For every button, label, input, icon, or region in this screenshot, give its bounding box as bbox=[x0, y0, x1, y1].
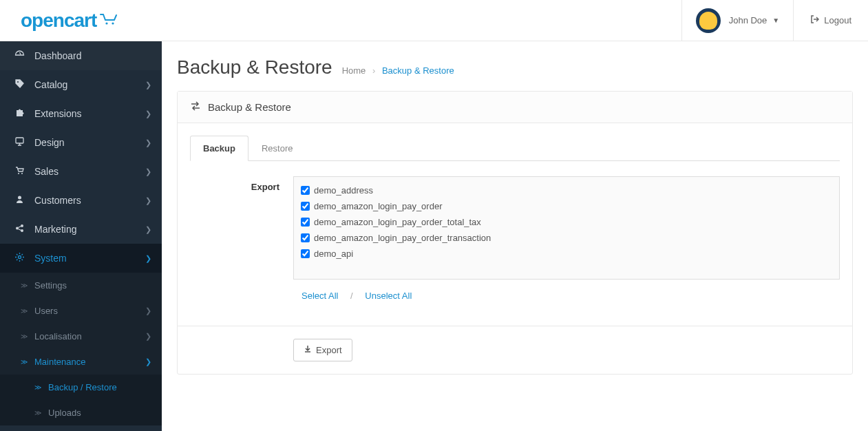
svg-point-8 bbox=[21, 224, 23, 227]
tab-backup[interactable]: Backup bbox=[190, 136, 248, 161]
svg-point-10 bbox=[18, 256, 21, 259]
nav-label: Sales bbox=[34, 166, 59, 177]
table-name: demo_address bbox=[314, 185, 373, 196]
arrow-icon: ≫ bbox=[21, 358, 28, 366]
sub-settings[interactable]: ≫ Settings bbox=[0, 273, 162, 298]
unselect-all-link[interactable]: Unselect All bbox=[365, 291, 412, 301]
svg-point-1 bbox=[112, 22, 114, 24]
svg-point-5 bbox=[21, 173, 23, 174]
export-row: Export demo_address demo_amazon_login_pa… bbox=[190, 176, 840, 301]
user-name: John Doe bbox=[729, 15, 768, 25]
tabs: Backup Restore bbox=[190, 136, 840, 161]
user-icon bbox=[12, 194, 26, 207]
nav-marketing[interactable]: Marketing ❯ bbox=[0, 215, 162, 244]
sub-maintenance[interactable]: ≫ Maintenance ❯ bbox=[0, 349, 162, 375]
panel: Backup & Restore Backup Restore Export d… bbox=[177, 91, 853, 375]
table-entry: demo_api bbox=[301, 246, 832, 262]
table-name: demo_amazon_login_pay_order bbox=[314, 201, 442, 211]
nav-catalog[interactable]: Catalog ❯ bbox=[0, 70, 162, 99]
chevron-right-icon: ❯ bbox=[145, 254, 151, 263]
gear-icon bbox=[12, 252, 26, 264]
transfer-icon bbox=[190, 101, 201, 113]
chevron-right-icon: ❯ bbox=[145, 306, 151, 315]
nav-extensions[interactable]: Extensions ❯ bbox=[0, 99, 162, 128]
logo-text: opencart bbox=[21, 10, 96, 32]
tables-list[interactable]: demo_address demo_amazon_login_pay_order… bbox=[293, 176, 840, 280]
svg-point-2 bbox=[17, 81, 19, 83]
table-entry: demo_amazon_login_pay_order bbox=[301, 198, 832, 214]
nav-label: Design bbox=[34, 137, 65, 148]
sub-localisation[interactable]: ≫ Localisation ❯ bbox=[0, 324, 162, 349]
table-checkbox[interactable] bbox=[301, 249, 310, 258]
panel-footer: Export bbox=[178, 326, 852, 374]
dashboard-icon bbox=[12, 50, 26, 62]
panel-title: Backup & Restore bbox=[208, 101, 291, 113]
arrow-icon: ≫ bbox=[21, 333, 28, 340]
cart-icon bbox=[99, 12, 120, 30]
user-menu[interactable]: John Doe ▼ bbox=[681, 0, 794, 41]
table-entry: demo_amazon_login_pay_order_transaction bbox=[301, 230, 832, 246]
puzzle-icon bbox=[12, 107, 26, 120]
panel-head: Backup & Restore bbox=[178, 92, 852, 123]
select-all-link[interactable]: Select All bbox=[301, 291, 338, 301]
chevron-right-icon: ❯ bbox=[145, 109, 151, 118]
arrow-icon: ≫ bbox=[21, 282, 28, 289]
chevron-right-icon: ❯ bbox=[145, 138, 151, 147]
nav-label: Extensions bbox=[34, 108, 81, 119]
avatar bbox=[696, 8, 721, 33]
nav-label: Catalog bbox=[34, 79, 67, 90]
export-label: Export bbox=[190, 176, 293, 301]
sub-users[interactable]: ≫ Users ❯ bbox=[0, 298, 162, 324]
logo[interactable]: opencart bbox=[0, 10, 162, 32]
cart-icon bbox=[12, 165, 26, 178]
breadcrumb-current[interactable]: Backup & Restore bbox=[382, 65, 454, 76]
subsub-label: Uploads bbox=[48, 408, 81, 418]
tab-restore[interactable]: Restore bbox=[248, 136, 306, 161]
share-icon bbox=[12, 223, 26, 235]
logout-label: Logout bbox=[824, 15, 851, 25]
page-title: Backup & Restore bbox=[177, 56, 332, 78]
sub-label: Maintenance bbox=[34, 357, 85, 367]
chevron-right-icon: ❯ bbox=[145, 225, 151, 234]
nav-dashboard[interactable]: Dashboard bbox=[0, 41, 162, 70]
table-checkbox[interactable] bbox=[301, 202, 310, 211]
chevron-right-icon: ❯ bbox=[145, 81, 151, 90]
svg-point-0 bbox=[106, 22, 108, 24]
logout-link[interactable]: Logout bbox=[793, 0, 868, 41]
breadcrumb-home[interactable]: Home bbox=[342, 65, 366, 76]
sub-label: Users bbox=[34, 306, 58, 316]
breadcrumb: Home › Backup & Restore bbox=[342, 65, 454, 76]
nav-customers[interactable]: Customers ❯ bbox=[0, 186, 162, 215]
arrow-icon: ≫ bbox=[34, 383, 41, 391]
subsub-backup-restore[interactable]: ≫ Backup / Restore bbox=[0, 375, 162, 400]
sidebar: Dashboard Catalog ❯ Extensions ❯ Design … bbox=[0, 41, 162, 431]
subsub-uploads[interactable]: ≫ Uploads bbox=[0, 400, 162, 425]
svg-point-9 bbox=[21, 229, 23, 232]
nav-label: Customers bbox=[34, 195, 81, 206]
divider: / bbox=[350, 291, 353, 301]
table-checkbox[interactable] bbox=[301, 186, 310, 195]
sub-label: Localisation bbox=[34, 331, 82, 341]
nav-system[interactable]: System ❯ bbox=[0, 244, 162, 273]
caret-down-icon: ▼ bbox=[772, 17, 779, 24]
sub-label: Settings bbox=[34, 280, 67, 291]
nav-sales[interactable]: Sales ❯ bbox=[0, 157, 162, 186]
svg-point-6 bbox=[18, 196, 21, 200]
nav-design[interactable]: Design ❯ bbox=[0, 128, 162, 157]
breadcrumb-sep: › bbox=[372, 65, 375, 76]
main: Backup & Restore Home › Backup & Restore… bbox=[162, 41, 868, 431]
select-links: Select All / Unselect All bbox=[293, 291, 840, 301]
chevron-right-icon: ❯ bbox=[145, 167, 151, 176]
svg-point-4 bbox=[18, 173, 19, 174]
table-entry: demo_address bbox=[301, 182, 832, 198]
desktop-icon bbox=[12, 136, 26, 149]
arrow-icon: ≫ bbox=[34, 409, 41, 417]
table-name: demo_api bbox=[314, 249, 353, 259]
export-button[interactable]: Export bbox=[293, 339, 352, 361]
logout-icon bbox=[810, 14, 820, 26]
table-checkbox[interactable] bbox=[301, 218, 310, 227]
nav-label: System bbox=[34, 253, 67, 264]
table-name: demo_amazon_login_pay_order_transaction bbox=[314, 233, 491, 243]
svg-rect-3 bbox=[16, 138, 23, 143]
table-checkbox[interactable] bbox=[301, 233, 310, 242]
